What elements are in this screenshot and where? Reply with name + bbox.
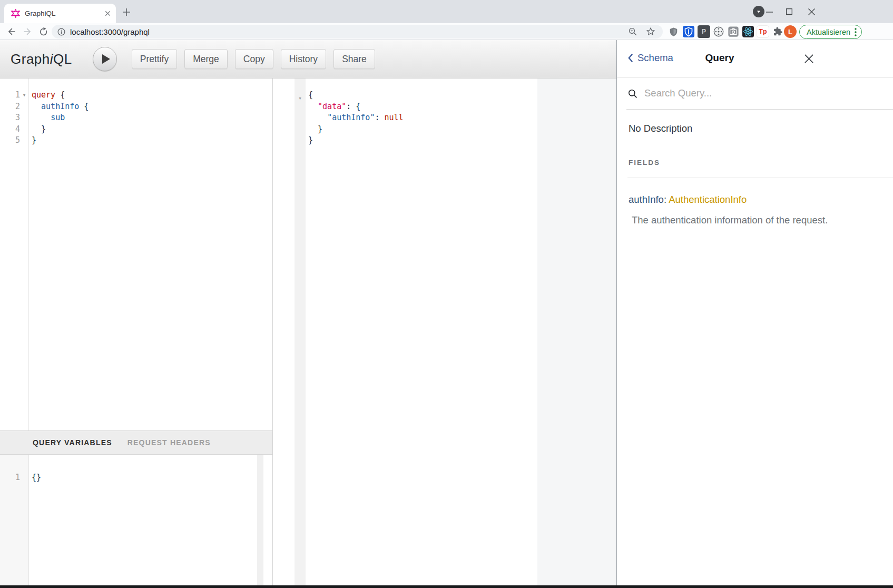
gutter-row: 1 (0, 472, 28, 484)
back-icon[interactable] (6, 26, 17, 37)
code-line: } (308, 135, 537, 146)
graphiql-toolbar: GraphiQL Prettify Merge Copy History Sha… (0, 40, 616, 79)
gutter-row: 4 (0, 124, 28, 135)
screenshot-camera-icon[interactable] (727, 25, 740, 38)
window-maximize-button[interactable] (781, 5, 797, 18)
code-line: } (32, 135, 272, 146)
code-line: query { (32, 90, 272, 101)
browser-update-button[interactable]: Aktualisieren (799, 25, 862, 39)
zoom-icon[interactable] (628, 27, 637, 36)
fold-arrow-icon[interactable]: ▾ (20, 90, 28, 101)
browser-menu-dots-icon[interactable] (855, 28, 857, 36)
graphql-favicon-icon (11, 9, 20, 18)
doc-title: Query (649, 52, 791, 64)
extension-p-icon[interactable]: P (698, 25, 710, 38)
adblock-shield-icon[interactable] (667, 25, 680, 38)
field-type-link[interactable]: AuthenticationInfo (669, 194, 747, 205)
doc-search-row (626, 77, 893, 110)
window-close-button[interactable] (803, 5, 819, 18)
search-icon (627, 89, 637, 99)
variables-editor-code[interactable]: {} (30, 455, 272, 585)
profile-avatar[interactable]: L (784, 25, 797, 38)
code-line: authInfo { (32, 101, 272, 113)
window-minimize-button[interactable] (761, 5, 777, 18)
chevron-left-icon (627, 53, 633, 63)
bitwarden-icon[interactable] (682, 25, 695, 38)
doc-search-input[interactable] (644, 87, 813, 99)
code-line: { (308, 90, 537, 101)
doc-explorer-header: Schema Query (617, 40, 893, 77)
window-bottom-edge (0, 585, 893, 588)
variables-scrollbar[interactable] (257, 455, 263, 585)
address-bar[interactable]: localhost:3000/graphql (52, 25, 663, 38)
gutter-row: 2 (0, 101, 28, 113)
pane-divider-area[interactable] (537, 79, 616, 585)
graphiql-logo: GraphiQL (11, 51, 72, 67)
url-text[interactable]: localhost:3000/graphql (70, 27, 628, 36)
extensions-puzzle-icon[interactable] (771, 25, 784, 38)
history-button[interactable]: History (281, 49, 326, 69)
code-line: {} (32, 472, 272, 484)
prettify-button[interactable]: Prettify (132, 49, 177, 69)
merge-button[interactable]: Merge (184, 49, 228, 69)
fields-divider (627, 178, 893, 178)
code-line: } (32, 124, 272, 135)
tab-title: GraphiQL (25, 9, 105, 17)
result-json: { "data": { "authInfo": null }} (308, 79, 537, 585)
fold-arrow-icon[interactable]: ▾ (295, 93, 306, 104)
query-editor-code[interactable]: query { authInfo { sub }} (30, 79, 272, 430)
result-fold-gutter[interactable]: ▾ (295, 79, 306, 585)
tab-strip: GraphiQL (0, 0, 893, 23)
forward-icon[interactable] (22, 26, 33, 37)
field-name-link[interactable]: authInfo (629, 194, 664, 205)
browser-toolbar: localhost:3000/graphql P Tp (0, 23, 893, 40)
code-line: "data": { (308, 101, 537, 113)
gutter-row: ▾ (295, 93, 306, 104)
query-editor[interactable]: 1▾2345 query { authInfo { sub }} (0, 79, 272, 430)
browser-window: GraphiQL (0, 0, 893, 588)
share-button[interactable]: Share (333, 49, 375, 69)
field-description: The authentication information of the re… (632, 214, 882, 226)
react-devtools-icon[interactable] (742, 25, 754, 38)
execute-query-button[interactable] (93, 47, 117, 71)
page-info-icon[interactable] (57, 27, 66, 36)
new-tab-button[interactable] (120, 6, 133, 18)
gutter-row: 3 (0, 112, 28, 124)
doc-no-description: No Description (629, 123, 882, 134)
crosshair-circle-icon[interactable] (712, 25, 725, 38)
doc-close-icon[interactable] (802, 52, 815, 65)
bookmark-star-icon[interactable] (646, 27, 655, 36)
doc-explorer-panel: Schema Query No Description FIELDS authI… (616, 40, 893, 585)
play-icon (102, 54, 110, 64)
doc-body: No Description FIELDS authInfo: Authenti… (617, 123, 893, 226)
extension-tp-icon[interactable]: Tp (757, 25, 769, 38)
tab-close-icon[interactable] (105, 11, 111, 16)
gutter-row: 5 (0, 135, 28, 146)
code-line: sub (32, 112, 272, 124)
variables-titlebar: QUERY VARIABLES REQUEST HEADERS (0, 430, 272, 455)
copy-button[interactable]: Copy (235, 49, 273, 69)
browser-tab[interactable]: GraphiQL (4, 4, 116, 23)
query-editor-gutter: 1▾2345 (0, 79, 29, 430)
code-line: "authInfo": null (308, 112, 537, 124)
tab-query-variables[interactable]: QUERY VARIABLES (33, 438, 112, 447)
variables-editor-gutter: 1 (0, 455, 29, 585)
code-line: } (308, 124, 537, 135)
result-pane: ▾ { "data": { "authInfo": null }} (273, 79, 537, 585)
query-editor-pane: 1▾2345 query { authInfo { sub }} QUERY V… (0, 79, 273, 585)
tab-request-headers[interactable]: REQUEST HEADERS (127, 438, 211, 447)
doc-fields-heading: FIELDS (629, 159, 882, 166)
gutter-row: 1▾ (0, 90, 28, 101)
doc-field-row: authInfo: AuthenticationInfo (629, 194, 882, 205)
variables-editor[interactable]: 1 {} (0, 455, 272, 585)
reload-icon[interactable] (37, 26, 49, 37)
